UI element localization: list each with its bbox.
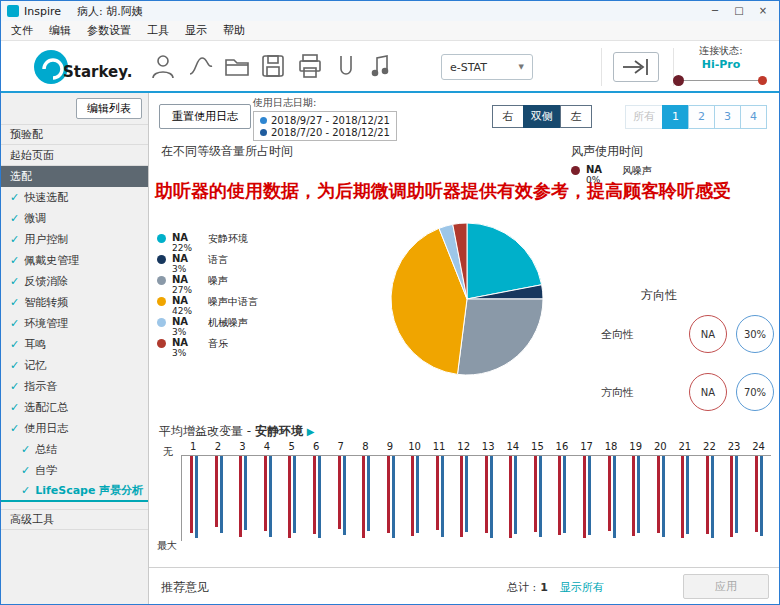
sidebar-item-15[interactable]: ✓总结 xyxy=(1,439,148,460)
audiogram-icon[interactable] xyxy=(187,52,215,80)
date-range-text: 2018/9/27 - 2018/12/21 xyxy=(271,115,390,126)
show-all-link[interactable]: 显示所有 xyxy=(560,581,604,594)
sidebar-item-label: 起始页面 xyxy=(10,148,54,163)
pie-slice-2 xyxy=(457,299,543,375)
usage-date-group: 使用日志日期: 2018/9/27 - 2018/12/212018/7/20 … xyxy=(253,96,397,141)
legend-percent: 3% xyxy=(172,264,208,274)
sidebar-item-7[interactable]: ✓反馈消除 xyxy=(1,271,148,292)
gain-bar-右 xyxy=(534,456,537,532)
sidebar-item-8[interactable]: ✓智能转频 xyxy=(1,292,148,313)
save-icon[interactable] xyxy=(259,52,287,80)
legend-percent: 3% xyxy=(172,348,208,358)
media-player-icon[interactable] xyxy=(367,52,395,80)
main-content: 重置使用日志 使用日志日期: 2018/9/27 - 2018/12/21201… xyxy=(149,93,779,604)
menu-item-5[interactable]: 帮助 xyxy=(215,21,253,40)
reset-usage-log-button[interactable]: 重置使用日志 xyxy=(159,104,251,129)
menu-item-3[interactable]: 工具 xyxy=(139,21,177,40)
estat-dropdown[interactable]: e-STAT ▼ xyxy=(441,54,533,80)
close-button[interactable]: × xyxy=(751,3,775,19)
print-icon[interactable] xyxy=(296,52,324,80)
wind-dot xyxy=(571,166,580,175)
date-dot-icon xyxy=(260,129,267,136)
gain-bar-chart: 123456789101112131415161718192021222324 xyxy=(181,441,771,547)
side-button-2[interactable]: 左 xyxy=(560,105,592,128)
expand-arrow-icon[interactable]: ▶ xyxy=(307,426,315,437)
legend-na: NA xyxy=(172,275,208,285)
edit-list-button[interactable]: 编辑列表 xyxy=(76,98,142,119)
memory-button-3[interactable]: 3 xyxy=(714,105,741,129)
side-button-0[interactable]: 右 xyxy=(492,105,524,128)
memory-button-0[interactable]: 所有 xyxy=(625,105,663,129)
sidebar-item-label: 使用日志 xyxy=(24,421,68,436)
banner-text: 助听器的使用数据，为后期微调助听器提供有效参考，提高顾客聆听感受 xyxy=(155,179,779,203)
sidebar-item-9[interactable]: ✓环境管理 xyxy=(1,313,148,334)
sidebar-item-label: 选配汇总 xyxy=(24,400,68,415)
sidebar-item-label: 选配 xyxy=(10,169,32,184)
memory-button-4[interactable]: 4 xyxy=(740,105,767,129)
sidebar-item-6[interactable]: ✓佩戴史管理 xyxy=(1,250,148,271)
gain-channel-11 xyxy=(427,456,452,541)
menu-item-2[interactable]: 参数设置 xyxy=(79,21,139,40)
sidebar-item-17[interactable]: ✓LifeScape 声景分析 xyxy=(1,481,148,502)
gain-channel-number: 12 xyxy=(451,441,476,455)
sidebar-item-4[interactable]: ✓微调 xyxy=(1,208,148,229)
gain-title-prefix: 平均增益改变量 - xyxy=(159,424,251,438)
memory-button-1[interactable]: 1 xyxy=(662,105,689,129)
sidebar-item-label: 反馈消除 xyxy=(24,274,68,289)
legend-percent: 3% xyxy=(172,327,208,337)
window-controls: ─ □ × xyxy=(703,3,775,19)
gain-channel-numbers: 123456789101112131415161718192021222324 xyxy=(181,441,771,455)
inspire-window: Inspire 病人: 胡.阿姨 ─ □ × 文件编辑参数设置工具显示帮助 St… xyxy=(0,0,780,605)
program-transfer-button[interactable] xyxy=(613,52,659,82)
connection-dot-left xyxy=(673,75,684,86)
minimize-button[interactable]: ─ xyxy=(703,3,727,19)
gain-bar-左 xyxy=(563,456,566,533)
maximize-button[interactable]: □ xyxy=(727,3,751,19)
open-folder-icon[interactable] xyxy=(223,52,251,80)
side-toggle-group: 右双侧左 xyxy=(493,105,592,128)
legend-item-2: NA27%噪声 xyxy=(157,275,258,296)
apply-button[interactable]: 应用 xyxy=(683,574,769,599)
memory-button-2[interactable]: 2 xyxy=(688,105,715,129)
menu-item-4[interactable]: 显示 xyxy=(177,21,215,40)
sidebar-item-0[interactable]: 预验配 xyxy=(1,124,148,145)
sidebar-item-13[interactable]: ✓选配汇总 xyxy=(1,397,148,418)
menu-item-1[interactable]: 编辑 xyxy=(41,21,79,40)
sidebar-item-2[interactable]: 选配 xyxy=(1,166,148,187)
sidebar-item-11[interactable]: ✓记忆 xyxy=(1,355,148,376)
gain-bar-右 xyxy=(509,456,512,538)
gain-bar-右 xyxy=(657,456,660,533)
gain-channel-number: 8 xyxy=(353,441,378,455)
sidebar-item-16[interactable]: ✓自学 xyxy=(1,460,148,481)
menu-item-0[interactable]: 文件 xyxy=(3,21,41,40)
gain-bar-左 xyxy=(392,456,395,538)
gain-bar-右 xyxy=(387,456,390,533)
sidebar-item-14[interactable]: ✓使用日志 xyxy=(1,418,148,439)
gain-section-title: 平均增益改变量 - 安静环境 ▶ xyxy=(159,423,315,440)
gain-channel-number: 16 xyxy=(550,441,575,455)
gain-bar-左 xyxy=(318,456,321,538)
check-icon: ✓ xyxy=(10,212,19,225)
patient-icon[interactable] xyxy=(149,52,177,80)
total-label: 总计 : xyxy=(507,581,536,594)
directionality-percent-circle: 30% xyxy=(736,315,774,353)
sidebar-item-18[interactable]: 高级工具 xyxy=(1,509,148,530)
legend-dot-icon xyxy=(157,297,166,306)
sidebar-item-10[interactable]: ✓耳鸣 xyxy=(1,334,148,355)
directionality-title: 方向性 xyxy=(641,287,677,304)
gain-channel-number: 18 xyxy=(599,441,624,455)
sidebar-item-5[interactable]: ✓用户控制 xyxy=(1,229,148,250)
legend-item-5: NA3%音乐 xyxy=(157,338,258,359)
quickfit-icon[interactable] xyxy=(332,52,360,80)
legend-dot-icon xyxy=(157,255,166,264)
gain-bar-右 xyxy=(190,456,193,533)
sidebar-item-12[interactable]: ✓指示音 xyxy=(1,376,148,397)
gain-channel-10 xyxy=(403,456,428,541)
side-button-1[interactable]: 双侧 xyxy=(523,105,561,128)
sidebar-item-label: LifeScape 声景分析 xyxy=(35,483,143,498)
sidebar-item-3[interactable]: ✓快速选配 xyxy=(1,187,148,208)
check-icon: ✓ xyxy=(10,233,19,246)
gain-bar-右 xyxy=(436,456,439,530)
sidebar-item-1[interactable]: 起始页面 xyxy=(1,145,148,166)
gain-channel-14 xyxy=(501,456,526,541)
